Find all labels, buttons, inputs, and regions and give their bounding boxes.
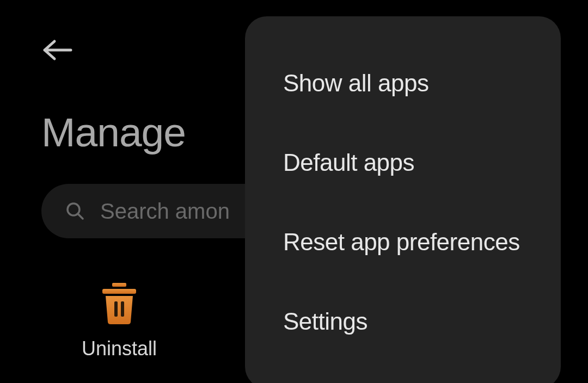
search-placeholder: Search amon <box>100 199 230 224</box>
svg-line-1 <box>78 214 83 219</box>
page-title: Manage <box>41 109 186 156</box>
svg-rect-5 <box>121 301 124 317</box>
back-button[interactable] <box>41 39 74 61</box>
menu-item-reset-app-preferences[interactable]: Reset app preferences <box>245 202 561 282</box>
svg-rect-2 <box>112 283 126 287</box>
arrow-left-icon <box>41 39 74 61</box>
menu-item-settings[interactable]: Settings <box>245 282 561 361</box>
search-icon <box>65 201 85 221</box>
svg-rect-3 <box>102 289 136 294</box>
menu-item-show-all-apps[interactable]: Show all apps <box>245 44 561 123</box>
overflow-menu: Show all apps Default apps Reset app pre… <box>245 16 561 383</box>
uninstall-label: Uninstall <box>82 337 157 360</box>
svg-rect-4 <box>114 301 118 317</box>
trash-icon <box>100 283 138 324</box>
menu-item-default-apps[interactable]: Default apps <box>245 123 561 202</box>
uninstall-button[interactable]: Uninstall <box>82 283 157 360</box>
